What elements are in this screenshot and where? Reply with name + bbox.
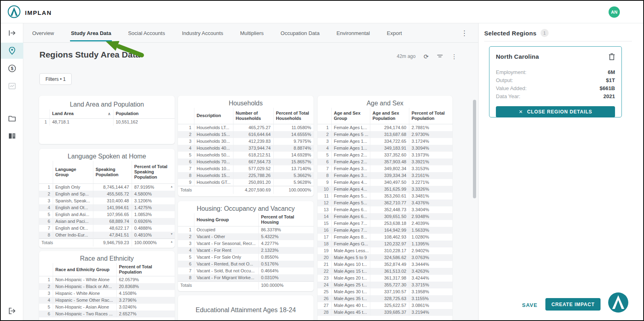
table-row[interactable]: 10Female Ages 4...351,625.993.3326% xyxy=(318,186,452,193)
table-row[interactable]: 1Occupied86.3378% xyxy=(178,226,314,234)
column-header-language-group[interactable]: Language Group xyxy=(53,161,93,183)
table-row[interactable]: 9Households GT...250,891.205.9628% xyxy=(178,179,314,186)
table-row[interactable]: 14Female Ages 6...309,651.502.9348% xyxy=(318,213,452,220)
table-row[interactable]: 6Vacant - Rented, But not O...0.5176% xyxy=(178,261,314,268)
sidebar-item-library[interactable] xyxy=(1,128,23,144)
table-row[interactable]: 19Male Ages Less...310,228.172.9402% xyxy=(318,247,452,254)
column-header-percent-speaking[interactable]: Percent of Total Speaking Population xyxy=(132,161,175,183)
column-header-housing-group[interactable]: Housing Group xyxy=(194,213,258,226)
main-scrollbar-thumb[interactable] xyxy=(473,100,476,198)
table-row[interactable]: 21Male Ages 10 t...352,874.493.3444% xyxy=(318,261,452,268)
user-avatar[interactable]: AN xyxy=(609,6,620,18)
table-row[interactable]: 4Hispanic - Some Other Rac...3.2796% xyxy=(39,297,175,304)
column-header-age-sex-population[interactable]: Age and Sex Population xyxy=(370,108,409,124)
table-row[interactable]: 2Non-Hispanic - Black or Afr...20.8368% xyxy=(39,283,175,290)
table-row[interactable]: 2Households 15...616,644.6414.6555% xyxy=(178,131,314,138)
expand-sidebar-button[interactable] xyxy=(1,25,23,41)
table-row[interactable]: 7Households 10...577,029.5213.7140% xyxy=(178,165,314,172)
table-row[interactable]: 8Vacant - For Migrant Worke...0.0310% xyxy=(178,274,314,282)
create-impact-button[interactable]: CREATE IMPACT xyxy=(545,298,601,311)
table-row[interactable]: 3Spanish, Speak...310,400.483.1206% xyxy=(39,198,175,204)
table-row[interactable]: 4English and Ot...141,994.611.4275% xyxy=(39,204,175,211)
scroll-up-icon[interactable]: ▲ xyxy=(170,240,173,243)
table-row[interactable]: 17Female Ages 8...108,462.931.0280% xyxy=(318,234,452,241)
table-row[interactable]: 7Female Ages 3...349,802.343.3153% xyxy=(318,165,452,172)
tab-occupation-data[interactable]: Occupation Data xyxy=(280,24,320,41)
table-row[interactable]: 2English and Sp...455,565.724.5800% xyxy=(39,191,175,198)
filter-icon[interactable] xyxy=(437,53,443,60)
column-header-population[interactable]: Population xyxy=(113,109,175,118)
tab-environmental[interactable]: Environmental xyxy=(336,24,371,41)
table-row[interactable]: 28Male Ages 45 t...339,685.373.2194% xyxy=(318,309,452,316)
table-row[interactable]: 25Male Ages 30 t...337,190.573.1958% xyxy=(318,288,452,295)
table-row[interactable]: 3Hispanic - White Alone4.1508% xyxy=(39,290,175,297)
tab-industry-accounts[interactable]: Industry Accounts xyxy=(181,24,224,41)
tab-overview[interactable]: Overview xyxy=(31,24,55,41)
tab-overflow-kebab-icon[interactable]: ⋮ xyxy=(461,29,468,37)
table-row[interactable]: 26Male Ages 35 t...328,725.633.1155% xyxy=(318,295,452,302)
table-row[interactable]: 5Female Ages 2...337,352.603.1973% xyxy=(318,152,452,158)
save-button[interactable]: SAVE xyxy=(522,302,537,308)
table-row[interactable]: 22Male Ages 15 t...361,513.023.4263% xyxy=(318,268,452,275)
scroll-up-icon[interactable]: ▲ xyxy=(170,185,173,188)
column-header-percent-housing[interactable]: Percent of Total Housing xyxy=(258,213,314,226)
table-row[interactable]: 1English Only8,745,144.4787.9195% xyxy=(39,183,175,191)
table-row[interactable]: 2Vacant - Other5.4322% xyxy=(178,233,314,240)
table-row[interactable]: 8Female Ages 3...339,334.343.2161% xyxy=(318,172,452,179)
tab-export[interactable]: Export xyxy=(386,24,403,41)
table-row[interactable]: 9Female Ages 4...340,497.503.2271% xyxy=(318,179,452,186)
column-header-percent-population[interactable]: Percent of Total Population xyxy=(409,108,452,124)
tab-social-accounts[interactable]: Social Accounts xyxy=(127,24,166,41)
table-row[interactable]: 6Households 70...667,564.7315.8657% xyxy=(178,158,314,165)
column-header-percent-households[interactable]: Percent of Total Households xyxy=(273,108,314,124)
table-row[interactable]: 3Households 30...412,239.839.7975% xyxy=(178,138,314,145)
table-row[interactable]: 11Female Ages 5...353,260.613.3481% xyxy=(318,193,452,200)
table-row[interactable]: 12Female Ages 5...362,710.773.4376% xyxy=(318,200,452,206)
column-header-race-group[interactable]: Race and Ethnicity Group xyxy=(53,263,116,276)
table-row[interactable]: 3Female Ages 1...334,722.653.1724% xyxy=(318,138,452,145)
filters-button[interactable]: Filters • 1 xyxy=(39,73,72,85)
table-row[interactable]: 15Female Ages 7...253,638.182.4039% xyxy=(318,220,452,227)
column-header-number-households[interactable]: Number of Households xyxy=(233,108,273,124)
delete-region-button[interactable] xyxy=(609,53,615,62)
column-header-description[interactable]: Description xyxy=(194,108,233,124)
table-row[interactable]: 6Asian and Paci...68,889.740.6926% xyxy=(39,218,175,225)
close-region-details-button[interactable]: ✕ CLOSE REGION DETAILS xyxy=(496,106,615,117)
table-row[interactable]: 4Households 40...373,944.748.8874% xyxy=(178,145,314,152)
table-row[interactable]: 4Female Ages 1...349,183.913.3094% xyxy=(318,145,452,152)
sidebar-item-regions[interactable] xyxy=(1,43,23,59)
column-header-land-area[interactable]: Land Area∧ xyxy=(50,109,113,118)
table-row[interactable]: 7Vacant - Sold, But not Occu...0.4664% xyxy=(178,268,314,274)
table-row[interactable]: 5Vacant - For Sale Only0.8550% xyxy=(178,254,314,261)
tab-study-area-data[interactable]: Study Area Data xyxy=(70,24,112,41)
table-row[interactable]: 27Male Ages 40 t...325,622.573.0861% xyxy=(318,302,452,309)
table-row[interactable]: 148,718.110,551,162 xyxy=(39,118,175,126)
sidebar-item-results[interactable] xyxy=(1,78,23,94)
column-header-age-sex-group[interactable]: Age and Sex Group xyxy=(331,108,370,124)
scroll-down-icon[interactable]: ▼ xyxy=(170,233,173,235)
logout-button[interactable] xyxy=(1,307,23,315)
table-row[interactable]: 4Vacant - For Rent2.1323% xyxy=(178,247,314,254)
table-row[interactable]: 1Households LT...465,275.2711.0580% xyxy=(178,124,314,131)
table-row[interactable]: 5Non-Hispanic - Asian Alone3.0246% xyxy=(39,304,175,311)
table-row[interactable]: 3Vacant - For Seasonal, Recr...4.2277% xyxy=(178,240,314,247)
table-row[interactable]: 23Male Ages 20 t...361,317.983.4244% xyxy=(318,275,452,282)
tab-multipliers[interactable]: Multipliers xyxy=(239,24,265,41)
refresh-icon[interactable]: ⟳ xyxy=(423,54,429,60)
table-row[interactable]: 18Female Ages G...120,232.971.1395% xyxy=(318,241,452,247)
column-header-speaking-population[interactable]: Speaking Population xyxy=(93,161,132,183)
table-row[interactable]: 8Households 15...225,788.265.3662% xyxy=(178,172,314,179)
column-header-percent-population[interactable]: Percent of Total Population xyxy=(116,263,175,276)
table-row[interactable]: 1Non-Hispanic - White Alone62.0579% xyxy=(39,276,175,284)
table-row[interactable]: 6Female Ages 2...357,903.483.3921% xyxy=(318,158,452,165)
table-row[interactable]: 8Other Indo-Eur...47,841.510.4810% xyxy=(39,232,175,239)
table-row[interactable]: 16Female Ages 7...164,942.991.5633% xyxy=(318,227,452,234)
table-row[interactable]: 5English and Asi...107,956.651.0853% xyxy=(39,211,175,218)
sidebar-item-projects[interactable] xyxy=(1,110,23,126)
table-row[interactable]: 13Female Ages 6...352,448.733.3404% xyxy=(318,206,452,213)
table-row[interactable]: 5Households 50...618,212.5114.6928% xyxy=(178,152,314,158)
table-row[interactable]: 20Male Ages 5 to 9324,586.623.0763% xyxy=(318,254,452,261)
table-row[interactable]: 7English and Ot...48,622.170.4888% xyxy=(39,225,175,232)
sidebar-item-impacts[interactable]: $ xyxy=(1,60,23,76)
table-row[interactable]: 2Female Ages 5 ...313,687.682.9730% xyxy=(318,131,452,138)
